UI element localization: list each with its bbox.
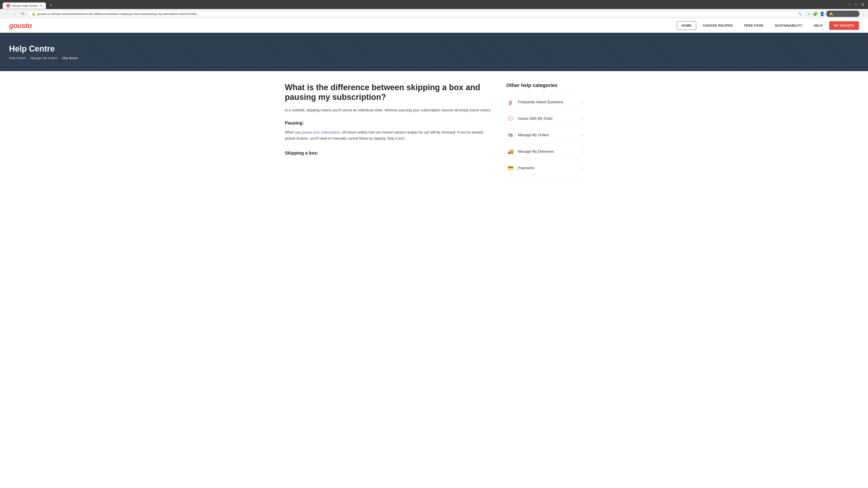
breadcrumb-sep-1: › [28, 57, 29, 60]
sidebar-item-manage-deliveries[interactable]: 🚚 Manage My Deliveries › [506, 143, 583, 160]
gousto-icon: g [506, 98, 515, 106]
breadcrumb: Help Centre › Manage My Orders › Skip Bo… [9, 56, 859, 60]
extensions-icon[interactable]: 🧩 [813, 11, 818, 16]
address-bar[interactable]: 🔒 🔍 [28, 10, 806, 17]
sidebar-item-payments[interactable]: 💳 Payments › [506, 160, 583, 176]
incognito-icon: 🕵 [829, 11, 834, 16]
sidebar-item-issues[interactable]: ⓘ Issues With My Order › [506, 110, 583, 127]
minimize-button[interactable]: ─ [848, 2, 851, 7]
article-title: What is the difference between skipping … [285, 83, 493, 102]
browser-tabs: G Gousto Help Centre ✕ + [3, 2, 865, 9]
hero-section: Help Centre Help Centre › Manage My Orde… [0, 33, 868, 71]
bookmark-icon[interactable]: ☆ [807, 11, 811, 16]
main-content: What is the difference between skipping … [276, 71, 592, 188]
sidebar: Other help categories g Frequently Asked… [506, 83, 583, 176]
nav-sustainability[interactable]: SUSTAINABILITY [770, 21, 807, 30]
article-intro: In a nutshell, skipping means you'll can… [285, 107, 493, 113]
nav-links: HOME CHOOSE RECIPES FREE FOOD SUSTAINABI… [677, 21, 859, 30]
page: gousto HOME CHOOSE RECIPES FREE FOOD SUS… [0, 19, 868, 488]
sidebar-item-faq[interactable]: g Frequently Asked Questions › [506, 94, 583, 110]
payments-icon: 💳 [506, 164, 515, 172]
breadcrumb-help-centre[interactable]: Help Centre [9, 56, 26, 60]
tab-favicon: G [6, 4, 10, 7]
toolbar-actions: ☆ 🧩 👤 🕵 Incognito (2) ⋮ [807, 11, 865, 17]
menu-icon[interactable]: ⋮ [861, 11, 865, 16]
nav-choose-recipes[interactable]: CHOOSE RECIPES [698, 21, 738, 30]
sidebar-item-manage-orders[interactable]: 🛍 Manage My Orders › [506, 127, 583, 143]
new-tab-button[interactable]: + [48, 2, 54, 9]
maximize-button[interactable]: □ [855, 2, 857, 7]
pausing-body-before: When you [285, 130, 302, 134]
profile-icon[interactable]: 👤 [819, 11, 825, 16]
issues-label: Issues With My Order [518, 117, 578, 121]
issues-icon: ⓘ [506, 115, 515, 123]
faq-label: Frequently Asked Questions [518, 100, 578, 104]
incognito-label: Incognito (2) [835, 11, 857, 16]
close-window-button[interactable]: ✕ [861, 2, 864, 7]
faq-chevron: › [582, 100, 583, 105]
breadcrumb-current: Skip Boxes [62, 56, 78, 60]
browser-tab-active[interactable]: G Gousto Help Centre ✕ [3, 2, 46, 9]
hero-title: Help Centre [9, 44, 859, 54]
nav-help[interactable]: HELP [809, 21, 827, 30]
nav-free-food[interactable]: FREE FOOD [739, 21, 768, 30]
issues-chevron: › [582, 116, 583, 121]
forward-button[interactable]: → [11, 11, 18, 17]
orders-label: Manage My Orders [518, 133, 578, 137]
deliveries-label: Manage My Deliveries [518, 150, 578, 154]
orders-icon: 🛍 [506, 131, 515, 139]
nav-home[interactable]: HOME [677, 21, 696, 30]
breadcrumb-sep-2: › [59, 57, 60, 60]
orders-chevron: › [582, 133, 583, 138]
browser-toolbar: ← → ↻ 🔒 🔍 ☆ 🧩 👤 🕵 Incognito (2) ⋮ [0, 9, 868, 19]
payments-label: Payments [518, 166, 578, 170]
deliveries-icon: 🚚 [506, 148, 515, 156]
incognito-badge: 🕵 Incognito (2) [827, 11, 860, 17]
browser-chrome: G Gousto Help Centre ✕ + ─ □ ✕ [0, 0, 868, 9]
url-input[interactable] [37, 12, 796, 15]
article: What is the difference between skipping … [285, 83, 493, 176]
tab-close-button[interactable]: ✕ [39, 4, 42, 7]
site-nav: gousto HOME CHOOSE RECIPES FREE FOOD SUS… [0, 19, 868, 33]
sidebar-title: Other help categories [506, 83, 583, 88]
nav-my-gousto[interactable]: MY GOUSTO [829, 21, 859, 30]
logo[interactable]: gousto [9, 22, 32, 30]
search-icon: 🔍 [798, 12, 802, 15]
pausing-body: When you pause your subscription, all fu… [285, 129, 493, 141]
reload-button[interactable]: ↻ [20, 10, 26, 17]
pausing-title: Pausing: [285, 121, 493, 126]
skipping-title: Skipping a box: [285, 151, 493, 156]
payments-chevron: › [582, 166, 583, 170]
lock-icon: 🔒 [32, 12, 35, 15]
tab-title: Gousto Help Centre [12, 4, 38, 7]
breadcrumb-manage-orders[interactable]: Manage My Orders [31, 56, 58, 60]
pause-subscription-link[interactable]: pause your subscription [302, 130, 340, 134]
back-button[interactable]: ← [3, 11, 9, 17]
deliveries-chevron: › [582, 149, 583, 154]
